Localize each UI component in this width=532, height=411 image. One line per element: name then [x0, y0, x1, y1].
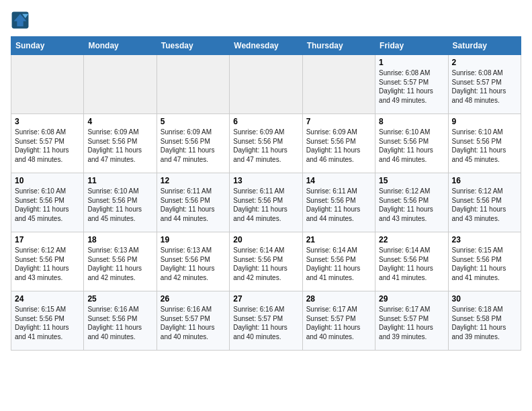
calendar-cell [157, 55, 229, 114]
day-info: Sunrise: 6:15 AM Sunset: 5:56 PM Dayligh… [15, 305, 80, 341]
day-info: Sunrise: 6:08 AM Sunset: 5:57 PM Dayligh… [452, 68, 517, 105]
calendar-cell: 18Sunrise: 6:13 AM Sunset: 5:56 PM Dayli… [84, 232, 157, 291]
day-info: Sunrise: 6:12 AM Sunset: 5:56 PM Dayligh… [15, 246, 80, 282]
day-number: 10 [15, 176, 80, 185]
weekday-header-saturday: Saturday [448, 37, 521, 55]
calendar-cell: 10Sunrise: 6:10 AM Sunset: 5:56 PM Dayli… [11, 173, 84, 232]
calendar-table: SundayMondayTuesdayWednesdayThursdayFrid… [11, 36, 521, 351]
calendar-cell: 7Sunrise: 6:09 AM Sunset: 5:56 PM Daylig… [302, 114, 375, 173]
day-number: 25 [87, 294, 152, 304]
weekday-header-friday: Friday [375, 37, 448, 55]
logo-icon [11, 11, 30, 30]
day-number: 19 [161, 235, 226, 244]
day-info: Sunrise: 6:11 AM Sunset: 5:56 PM Dayligh… [161, 187, 226, 223]
calendar-cell [302, 55, 375, 114]
calendar-cell: 13Sunrise: 6:11 AM Sunset: 5:56 PM Dayli… [230, 173, 302, 232]
day-number: 9 [452, 117, 517, 126]
day-info: Sunrise: 6:10 AM Sunset: 5:56 PM Dayligh… [452, 128, 517, 164]
calendar-cell: 1Sunrise: 6:08 AM Sunset: 5:57 PM Daylig… [375, 55, 448, 114]
day-number: 12 [161, 176, 226, 185]
day-number: 15 [379, 176, 444, 185]
day-info: Sunrise: 6:14 AM Sunset: 5:56 PM Dayligh… [233, 246, 298, 282]
day-info: Sunrise: 6:14 AM Sunset: 5:56 PM Dayligh… [306, 246, 371, 282]
calendar-cell: 25Sunrise: 6:16 AM Sunset: 5:56 PM Dayli… [84, 291, 157, 351]
day-number: 5 [161, 117, 226, 126]
calendar-cell: 24Sunrise: 6:15 AM Sunset: 5:56 PM Dayli… [11, 291, 84, 351]
calendar-cell: 22Sunrise: 6:14 AM Sunset: 5:56 PM Dayli… [375, 232, 448, 291]
calendar-cell: 4Sunrise: 6:09 AM Sunset: 5:56 PM Daylig… [84, 114, 157, 173]
day-info: Sunrise: 6:12 AM Sunset: 5:56 PM Dayligh… [452, 187, 517, 223]
day-number: 3 [15, 117, 80, 126]
day-info: Sunrise: 6:16 AM Sunset: 5:56 PM Dayligh… [87, 305, 152, 341]
calendar-cell: 14Sunrise: 6:11 AM Sunset: 5:56 PM Dayli… [302, 173, 375, 232]
day-info: Sunrise: 6:11 AM Sunset: 5:56 PM Dayligh… [306, 187, 371, 223]
calendar-cell: 5Sunrise: 6:09 AM Sunset: 5:56 PM Daylig… [157, 114, 229, 173]
day-info: Sunrise: 6:09 AM Sunset: 5:56 PM Dayligh… [306, 128, 371, 164]
day-info: Sunrise: 6:15 AM Sunset: 5:56 PM Dayligh… [452, 246, 517, 282]
calendar-cell [230, 55, 302, 114]
calendar-cell [11, 55, 84, 114]
day-info: Sunrise: 6:16 AM Sunset: 5:57 PM Dayligh… [161, 305, 226, 341]
day-info: Sunrise: 6:10 AM Sunset: 5:56 PM Dayligh… [15, 187, 80, 223]
day-number: 30 [452, 294, 517, 304]
day-number: 21 [306, 235, 371, 244]
day-number: 27 [233, 294, 298, 304]
weekday-header-monday: Monday [84, 37, 157, 55]
day-number: 2 [452, 58, 517, 67]
day-info: Sunrise: 6:16 AM Sunset: 5:57 PM Dayligh… [233, 305, 298, 341]
day-number: 22 [379, 235, 444, 244]
calendar-cell: 27Sunrise: 6:16 AM Sunset: 5:57 PM Dayli… [230, 291, 302, 351]
day-number: 28 [306, 294, 371, 304]
day-info: Sunrise: 6:13 AM Sunset: 5:56 PM Dayligh… [87, 246, 152, 282]
day-info: Sunrise: 6:08 AM Sunset: 5:57 PM Dayligh… [379, 68, 444, 105]
weekday-header-thursday: Thursday [302, 37, 375, 55]
day-info: Sunrise: 6:17 AM Sunset: 5:57 PM Dayligh… [379, 305, 444, 341]
calendar-cell: 11Sunrise: 6:10 AM Sunset: 5:56 PM Dayli… [84, 173, 157, 232]
day-info: Sunrise: 6:12 AM Sunset: 5:56 PM Dayligh… [379, 187, 444, 223]
weekday-header-sunday: Sunday [11, 37, 84, 55]
calendar-cell: 26Sunrise: 6:16 AM Sunset: 5:57 PM Dayli… [157, 291, 229, 351]
day-info: Sunrise: 6:11 AM Sunset: 5:56 PM Dayligh… [233, 187, 298, 223]
day-info: Sunrise: 6:17 AM Sunset: 5:57 PM Dayligh… [306, 305, 371, 341]
calendar-cell: 23Sunrise: 6:15 AM Sunset: 5:56 PM Dayli… [448, 232, 521, 291]
day-number: 4 [87, 117, 152, 126]
day-number: 26 [161, 294, 226, 304]
calendar-cell: 8Sunrise: 6:10 AM Sunset: 5:56 PM Daylig… [375, 114, 448, 173]
calendar-cell: 3Sunrise: 6:08 AM Sunset: 5:57 PM Daylig… [11, 114, 84, 173]
calendar-cell: 6Sunrise: 6:09 AM Sunset: 5:56 PM Daylig… [230, 114, 302, 173]
day-info: Sunrise: 6:09 AM Sunset: 5:56 PM Dayligh… [161, 128, 226, 164]
calendar-cell: 21Sunrise: 6:14 AM Sunset: 5:56 PM Dayli… [302, 232, 375, 291]
calendar-cell: 20Sunrise: 6:14 AM Sunset: 5:56 PM Dayli… [230, 232, 302, 291]
day-number: 6 [233, 117, 298, 126]
day-info: Sunrise: 6:09 AM Sunset: 5:56 PM Dayligh… [87, 128, 152, 164]
day-info: Sunrise: 6:10 AM Sunset: 5:56 PM Dayligh… [379, 128, 444, 164]
day-info: Sunrise: 6:09 AM Sunset: 5:56 PM Dayligh… [233, 128, 298, 164]
calendar-cell: 12Sunrise: 6:11 AM Sunset: 5:56 PM Dayli… [157, 173, 229, 232]
weekday-header-tuesday: Tuesday [157, 37, 229, 55]
day-number: 29 [379, 294, 444, 304]
calendar-cell: 16Sunrise: 6:12 AM Sunset: 5:56 PM Dayli… [448, 173, 521, 232]
day-number: 16 [452, 176, 517, 185]
day-info: Sunrise: 6:18 AM Sunset: 5:58 PM Dayligh… [452, 305, 517, 341]
calendar-cell: 2Sunrise: 6:08 AM Sunset: 5:57 PM Daylig… [448, 55, 521, 114]
day-number: 14 [306, 176, 371, 185]
calendar-cell: 17Sunrise: 6:12 AM Sunset: 5:56 PM Dayli… [11, 232, 84, 291]
day-number: 8 [379, 117, 444, 126]
day-number: 23 [452, 235, 517, 244]
day-info: Sunrise: 6:08 AM Sunset: 5:57 PM Dayligh… [15, 128, 80, 164]
calendar-cell: 9Sunrise: 6:10 AM Sunset: 5:56 PM Daylig… [448, 114, 521, 173]
day-number: 7 [306, 117, 371, 126]
day-info: Sunrise: 6:10 AM Sunset: 5:56 PM Dayligh… [87, 187, 152, 223]
day-number: 20 [233, 235, 298, 244]
logo [11, 11, 32, 30]
calendar-cell [84, 55, 157, 114]
day-number: 17 [15, 235, 80, 244]
calendar-cell: 15Sunrise: 6:12 AM Sunset: 5:56 PM Dayli… [375, 173, 448, 232]
day-number: 13 [233, 176, 298, 185]
calendar-cell: 29Sunrise: 6:17 AM Sunset: 5:57 PM Dayli… [375, 291, 448, 351]
day-number: 24 [15, 294, 80, 304]
day-info: Sunrise: 6:13 AM Sunset: 5:56 PM Dayligh… [161, 246, 226, 282]
calendar-cell: 19Sunrise: 6:13 AM Sunset: 5:56 PM Dayli… [157, 232, 229, 291]
calendar-cell: 28Sunrise: 6:17 AM Sunset: 5:57 PM Dayli… [302, 291, 375, 351]
day-number: 11 [87, 176, 152, 185]
